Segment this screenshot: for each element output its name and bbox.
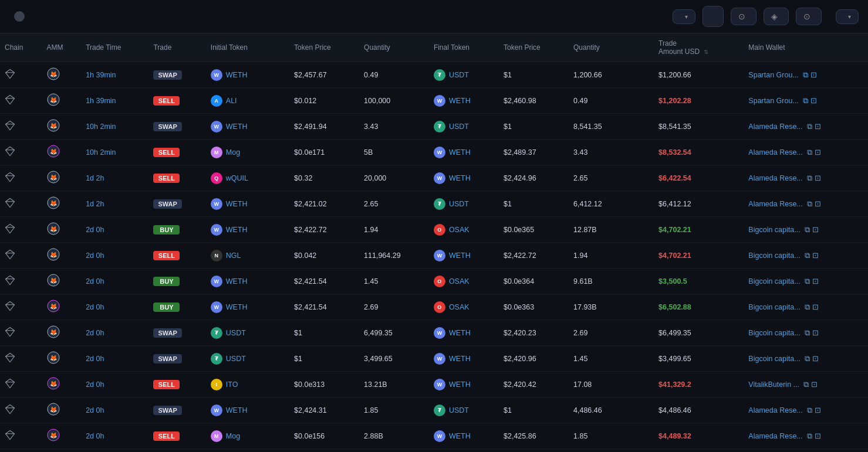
final-token-name[interactable]: WETH bbox=[449, 174, 471, 182]
wallet-external-link-icon[interactable]: ⧉ bbox=[807, 406, 812, 415]
filter-dropdown[interactable]: ▾ bbox=[673, 9, 695, 24]
initial-token-name[interactable]: Mog bbox=[226, 148, 240, 157]
wallet-external-link-icon[interactable]: ⧉ bbox=[805, 251, 810, 260]
wallet-copy-icon[interactable]: ⊡ bbox=[812, 354, 819, 363]
wallet-copy-icon[interactable]: ⊡ bbox=[815, 122, 821, 131]
cell-trade-time[interactable]: 10h 2min bbox=[81, 140, 148, 165]
col-trade-amount[interactable]: TradeAmount USD ⇅ bbox=[654, 33, 744, 62]
cell-trade-time[interactable]: 2d 0h bbox=[81, 269, 148, 294]
initial-token-name[interactable]: USDT bbox=[226, 355, 246, 363]
trade-time-value[interactable]: 1h 39min bbox=[86, 97, 116, 105]
cell-trade-time[interactable]: 1h 39min bbox=[81, 88, 148, 114]
initial-token-name[interactable]: NGL bbox=[226, 252, 241, 260]
wallet-external-link-icon[interactable]: ⧉ bbox=[803, 380, 809, 389]
wallet-name[interactable]: Bigcoin capita... bbox=[748, 329, 800, 337]
initial-token-name[interactable]: USDT bbox=[226, 329, 246, 337]
wallet-copy-icon[interactable]: ⊡ bbox=[812, 303, 819, 311]
wallet-copy-icon[interactable]: ⊡ bbox=[811, 380, 818, 389]
trade-time-value[interactable]: 2d 0h bbox=[86, 329, 104, 337]
trade-time-value[interactable]: 2d 0h bbox=[86, 277, 104, 286]
wallet-external-link-icon[interactable]: ⧉ bbox=[807, 122, 812, 131]
initial-token-name[interactable]: WETH bbox=[226, 303, 248, 311]
cell-trade-time[interactable]: 2d 0h bbox=[81, 320, 148, 346]
cell-trade-time[interactable]: 2d 0h bbox=[81, 346, 148, 372]
wallet-copy-icon[interactable]: ⊡ bbox=[815, 406, 821, 414]
cell-trade-time[interactable]: 1d 2h bbox=[81, 165, 148, 191]
final-token-name[interactable]: USDT bbox=[449, 200, 469, 208]
initial-token-name[interactable]: WETH bbox=[226, 71, 248, 79]
wallet-external-link-icon[interactable]: ⧉ bbox=[805, 225, 810, 235]
wallet-name[interactable]: Bigcoin capita... bbox=[748, 277, 800, 286]
wallet-copy-icon[interactable]: ⊡ bbox=[812, 225, 819, 234]
trade-time-value[interactable]: 2d 0h bbox=[86, 380, 104, 389]
trade-time-value[interactable]: 2d 0h bbox=[86, 406, 104, 414]
wallet-external-link-icon[interactable]: ⧉ bbox=[803, 96, 808, 106]
final-token-name[interactable]: WETH bbox=[449, 380, 471, 389]
wallet-copy-icon[interactable]: ⊡ bbox=[810, 70, 817, 79]
final-token-name[interactable]: USDT bbox=[449, 406, 469, 414]
wallet-external-link-icon[interactable]: ⧉ bbox=[807, 174, 812, 183]
wallet-name[interactable]: Bigcoin capita... bbox=[748, 303, 800, 311]
wallet-name[interactable]: Alameda Rese... bbox=[748, 148, 802, 157]
final-token-name[interactable]: OSAK bbox=[449, 226, 470, 234]
cell-trade-time[interactable]: 10h 2min bbox=[81, 114, 148, 140]
wallet-name[interactable]: Bigcoin capita... bbox=[748, 226, 800, 234]
cell-trade-time[interactable]: 2d 0h bbox=[81, 372, 148, 397]
wallet-name[interactable]: Alameda Rese... bbox=[748, 174, 802, 182]
wallet-external-link-icon[interactable]: ⧉ bbox=[805, 277, 810, 286]
wallet-copy-icon[interactable]: ⊡ bbox=[815, 431, 821, 440]
initial-token-name[interactable]: WETH bbox=[226, 200, 248, 208]
cell-trade-time[interactable]: 2d 0h bbox=[81, 423, 148, 449]
final-token-name[interactable]: USDT bbox=[449, 123, 469, 131]
final-token-name[interactable]: USDT bbox=[449, 71, 469, 79]
wallet-external-link-icon[interactable]: ⧉ bbox=[807, 199, 812, 209]
cell-trade-time[interactable]: 1d 2h bbox=[81, 191, 148, 217]
wallet-name[interactable]: Alameda Rese... bbox=[748, 406, 802, 414]
wallet-external-link-icon[interactable]: ⧉ bbox=[807, 148, 812, 157]
trade-time-value[interactable]: 2d 0h bbox=[86, 432, 104, 440]
initial-token-name[interactable]: WETH bbox=[226, 123, 248, 131]
wallet-external-link-icon[interactable]: ⧉ bbox=[805, 328, 810, 338]
wallet-name[interactable]: Spartan Grou... bbox=[748, 97, 798, 105]
trade-time-value[interactable]: 1d 2h bbox=[86, 174, 104, 182]
initial-token-name[interactable]: WETH bbox=[226, 277, 248, 286]
cell-trade-time[interactable]: 2d 1h bbox=[81, 449, 148, 453]
wallet-external-link-icon[interactable]: ⧉ bbox=[803, 70, 808, 80]
trade-time-value[interactable]: 1h 39min bbox=[86, 71, 116, 79]
wallet-copy-icon[interactable]: ⊡ bbox=[812, 277, 819, 286]
trade-time-value[interactable]: 2d 0h bbox=[86, 226, 104, 234]
wallet-copy-icon[interactable]: ⊡ bbox=[815, 174, 821, 182]
cell-trade-time[interactable]: 1h 39min bbox=[81, 62, 148, 88]
final-token-name[interactable]: WETH bbox=[449, 355, 471, 363]
wallet-name[interactable]: Spartan Grou... bbox=[748, 71, 798, 79]
wallet-copy-icon[interactable]: ⊡ bbox=[810, 96, 817, 105]
trade-time-value[interactable]: 2d 0h bbox=[86, 252, 104, 260]
final-token-name[interactable]: OSAK bbox=[449, 277, 470, 286]
rows-dropdown[interactable]: ▾ bbox=[836, 9, 859, 24]
final-token-name[interactable]: WETH bbox=[449, 97, 471, 105]
wallet-external-link-icon[interactable]: ⧉ bbox=[807, 431, 812, 441]
final-token-name[interactable]: WETH bbox=[449, 252, 471, 260]
initial-token-name[interactable]: ITO bbox=[226, 380, 238, 389]
wallet-name[interactable]: Alameda Rese... bbox=[748, 432, 802, 440]
initial-token-name[interactable]: ALI bbox=[226, 97, 237, 105]
wallet-copy-icon[interactable]: ⊡ bbox=[812, 251, 819, 260]
final-token-name[interactable]: WETH bbox=[449, 329, 471, 337]
refresh-button[interactable] bbox=[702, 6, 724, 27]
cell-trade-time[interactable]: 2d 0h bbox=[81, 397, 148, 423]
wallet-name[interactable]: Bigcoin capita... bbox=[748, 355, 800, 363]
wallet-external-link-icon[interactable]: ⧉ bbox=[805, 303, 810, 312]
trade-time-value[interactable]: 2d 0h bbox=[86, 355, 104, 363]
final-token-name[interactable]: OSAK bbox=[449, 303, 470, 311]
wallet-external-link-icon[interactable]: ⧉ bbox=[805, 354, 810, 363]
trade-time-value[interactable]: 10h 2min bbox=[86, 148, 116, 157]
trade-time-value[interactable]: 10h 2min bbox=[86, 123, 116, 131]
wallet-name[interactable]: Alameda Rese... bbox=[748, 123, 802, 131]
final-token-name[interactable]: WETH bbox=[449, 148, 471, 157]
wallet-name[interactable]: Bigcoin capita... bbox=[748, 252, 800, 260]
initial-token-name[interactable]: WETH bbox=[226, 406, 248, 414]
trade-time-value[interactable]: 1d 2h bbox=[86, 200, 104, 208]
wallet-name[interactable]: Alameda Rese... bbox=[748, 200, 802, 208]
wallet-copy-icon[interactable]: ⊡ bbox=[812, 328, 819, 337]
initial-token-name[interactable]: WETH bbox=[226, 226, 248, 234]
